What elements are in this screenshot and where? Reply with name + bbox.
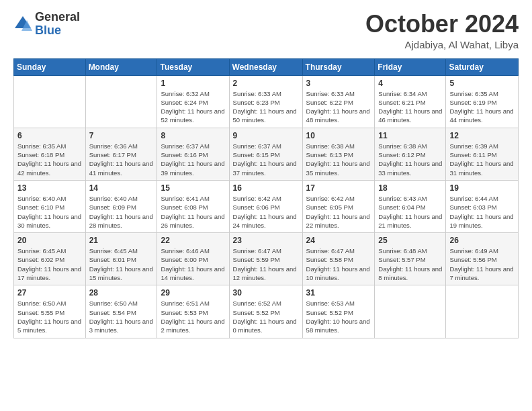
day-number: 16	[233, 183, 299, 193]
calendar-cell: 28Sunrise: 6:50 AM Sunset: 5:54 PM Dayli…	[85, 285, 157, 338]
logo: General Blue	[13, 11, 80, 38]
day-info: Sunrise: 6:42 AM Sunset: 6:05 PM Dayligh…	[306, 194, 371, 230]
day-number: 4	[378, 79, 442, 88]
day-info: Sunrise: 6:49 AM Sunset: 5:56 PM Dayligh…	[449, 246, 515, 282]
day-info: Sunrise: 6:34 AM Sunset: 6:21 PM Dayligh…	[378, 89, 442, 125]
day-info: Sunrise: 6:48 AM Sunset: 5:57 PM Dayligh…	[378, 246, 442, 282]
calendar-cell: 17Sunrise: 6:42 AM Sunset: 6:05 PM Dayli…	[302, 180, 375, 232]
day-number: 14	[89, 183, 154, 193]
day-info: Sunrise: 6:33 AM Sunset: 6:22 PM Dayligh…	[306, 89, 371, 125]
day-info: Sunrise: 6:43 AM Sunset: 6:04 PM Dayligh…	[378, 194, 442, 230]
calendar-cell	[375, 285, 446, 338]
calendar-cell: 11Sunrise: 6:38 AM Sunset: 6:12 PM Dayli…	[375, 128, 446, 180]
calendar-cell	[446, 285, 519, 338]
day-info: Sunrise: 6:38 AM Sunset: 6:12 PM Dayligh…	[378, 142, 442, 177]
calendar-cell: 1Sunrise: 6:32 AM Sunset: 6:24 PM Daylig…	[157, 75, 229, 128]
calendar-cell: 26Sunrise: 6:49 AM Sunset: 5:56 PM Dayli…	[446, 233, 519, 285]
calendar-cell	[85, 75, 157, 128]
day-number: 29	[161, 288, 225, 298]
day-info: Sunrise: 6:42 AM Sunset: 6:06 PM Dayligh…	[233, 194, 299, 230]
calendar-table: SundayMondayTuesdayWednesdayThursdayFrid…	[13, 58, 519, 338]
day-number: 10	[306, 131, 371, 140]
day-number: 21	[89, 236, 154, 245]
calendar-header-friday: Friday	[375, 58, 446, 75]
day-info: Sunrise: 6:47 AM Sunset: 5:59 PM Dayligh…	[233, 246, 299, 282]
calendar-week-2: 6Sunrise: 6:35 AM Sunset: 6:18 PM Daylig…	[14, 128, 519, 180]
calendar-week-3: 13Sunrise: 6:40 AM Sunset: 6:10 PM Dayli…	[14, 180, 519, 232]
day-info: Sunrise: 6:53 AM Sunset: 5:52 PM Dayligh…	[306, 299, 371, 334]
day-number: 25	[378, 236, 442, 245]
calendar-cell: 15Sunrise: 6:41 AM Sunset: 6:08 PM Dayli…	[157, 180, 229, 232]
calendar-header-saturday: Saturday	[446, 58, 519, 75]
day-number: 1	[161, 79, 225, 88]
day-number: 7	[89, 131, 154, 140]
day-info: Sunrise: 6:40 AM Sunset: 6:09 PM Dayligh…	[89, 194, 154, 230]
day-number: 26	[449, 236, 515, 245]
calendar-week-5: 27Sunrise: 6:50 AM Sunset: 5:55 PM Dayli…	[14, 285, 519, 338]
day-info: Sunrise: 6:44 AM Sunset: 6:03 PM Dayligh…	[449, 194, 515, 230]
header: General Blue October 2024 Ajdabiya, Al W…	[13, 11, 519, 50]
calendar-cell: 2Sunrise: 6:33 AM Sunset: 6:23 PM Daylig…	[229, 75, 302, 128]
calendar-cell: 10Sunrise: 6:38 AM Sunset: 6:13 PM Dayli…	[302, 128, 375, 180]
month-title: October 2024	[365, 11, 519, 38]
day-info: Sunrise: 6:39 AM Sunset: 6:11 PM Dayligh…	[449, 142, 515, 177]
day-info: Sunrise: 6:47 AM Sunset: 5:58 PM Dayligh…	[306, 246, 371, 282]
title-area: October 2024 Ajdabiya, Al Wahat, Libya	[365, 11, 519, 50]
logo-general-label: General	[35, 11, 80, 24]
calendar-cell: 31Sunrise: 6:53 AM Sunset: 5:52 PM Dayli…	[302, 285, 375, 338]
day-info: Sunrise: 6:50 AM Sunset: 5:55 PM Dayligh…	[17, 299, 82, 334]
day-info: Sunrise: 6:33 AM Sunset: 6:23 PM Dayligh…	[233, 89, 299, 125]
calendar-cell: 25Sunrise: 6:48 AM Sunset: 5:57 PM Dayli…	[375, 233, 446, 285]
calendar-week-4: 20Sunrise: 6:45 AM Sunset: 6:02 PM Dayli…	[14, 233, 519, 285]
day-number: 9	[233, 131, 299, 140]
day-info: Sunrise: 6:37 AM Sunset: 6:16 PM Dayligh…	[161, 142, 225, 177]
day-number: 6	[17, 131, 82, 140]
calendar-header-thursday: Thursday	[302, 58, 375, 75]
day-info: Sunrise: 6:36 AM Sunset: 6:17 PM Dayligh…	[89, 142, 154, 177]
calendar-cell: 3Sunrise: 6:33 AM Sunset: 6:22 PM Daylig…	[302, 75, 375, 128]
calendar-cell: 20Sunrise: 6:45 AM Sunset: 6:02 PM Dayli…	[14, 233, 86, 285]
day-number: 19	[449, 183, 515, 193]
day-number: 31	[306, 288, 371, 298]
calendar-header-wednesday: Wednesday	[229, 58, 302, 75]
day-number: 30	[233, 288, 299, 298]
calendar-cell: 29Sunrise: 6:51 AM Sunset: 5:53 PM Dayli…	[157, 285, 229, 338]
day-number: 17	[306, 183, 371, 193]
calendar-cell: 12Sunrise: 6:39 AM Sunset: 6:11 PM Dayli…	[446, 128, 519, 180]
calendar-cell: 16Sunrise: 6:42 AM Sunset: 6:06 PM Dayli…	[229, 180, 302, 232]
day-number: 18	[378, 183, 442, 193]
calendar-cell: 19Sunrise: 6:44 AM Sunset: 6:03 PM Dayli…	[446, 180, 519, 232]
calendar-header-row: SundayMondayTuesdayWednesdayThursdayFrid…	[14, 58, 519, 75]
day-info: Sunrise: 6:46 AM Sunset: 6:00 PM Dayligh…	[161, 246, 225, 282]
calendar-cell: 24Sunrise: 6:47 AM Sunset: 5:58 PM Dayli…	[302, 233, 375, 285]
day-info: Sunrise: 6:51 AM Sunset: 5:53 PM Dayligh…	[161, 299, 225, 334]
calendar-header-tuesday: Tuesday	[157, 58, 229, 75]
calendar-cell: 9Sunrise: 6:37 AM Sunset: 6:15 PM Daylig…	[229, 128, 302, 180]
logo-text: General Blue	[35, 11, 80, 38]
calendar-week-1: 1Sunrise: 6:32 AM Sunset: 6:24 PM Daylig…	[14, 75, 519, 128]
day-info: Sunrise: 6:40 AM Sunset: 6:10 PM Dayligh…	[17, 194, 82, 230]
location: Ajdabiya, Al Wahat, Libya	[365, 39, 519, 50]
logo-icon	[13, 15, 32, 34]
day-info: Sunrise: 6:35 AM Sunset: 6:18 PM Dayligh…	[17, 142, 82, 177]
day-number: 22	[161, 236, 225, 245]
calendar-cell: 8Sunrise: 6:37 AM Sunset: 6:16 PM Daylig…	[157, 128, 229, 180]
calendar-header-sunday: Sunday	[14, 58, 86, 75]
calendar-cell: 4Sunrise: 6:34 AM Sunset: 6:21 PM Daylig…	[375, 75, 446, 128]
calendar-cell: 7Sunrise: 6:36 AM Sunset: 6:17 PM Daylig…	[85, 128, 157, 180]
day-info: Sunrise: 6:52 AM Sunset: 5:52 PM Dayligh…	[233, 299, 299, 334]
calendar-header-monday: Monday	[85, 58, 157, 75]
calendar-cell: 27Sunrise: 6:50 AM Sunset: 5:55 PM Dayli…	[14, 285, 86, 338]
day-number: 13	[17, 183, 82, 193]
calendar-cell: 21Sunrise: 6:45 AM Sunset: 6:01 PM Dayli…	[85, 233, 157, 285]
logo-blue-label: Blue	[35, 24, 80, 38]
day-number: 24	[306, 236, 371, 245]
calendar-cell: 6Sunrise: 6:35 AM Sunset: 6:18 PM Daylig…	[14, 128, 86, 180]
day-number: 11	[378, 131, 442, 140]
day-info: Sunrise: 6:45 AM Sunset: 6:01 PM Dayligh…	[89, 246, 154, 282]
calendar-cell: 30Sunrise: 6:52 AM Sunset: 5:52 PM Dayli…	[229, 285, 302, 338]
day-number: 15	[161, 183, 225, 193]
day-info: Sunrise: 6:35 AM Sunset: 6:19 PM Dayligh…	[449, 89, 515, 125]
day-number: 20	[17, 236, 82, 245]
day-number: 28	[89, 288, 154, 298]
